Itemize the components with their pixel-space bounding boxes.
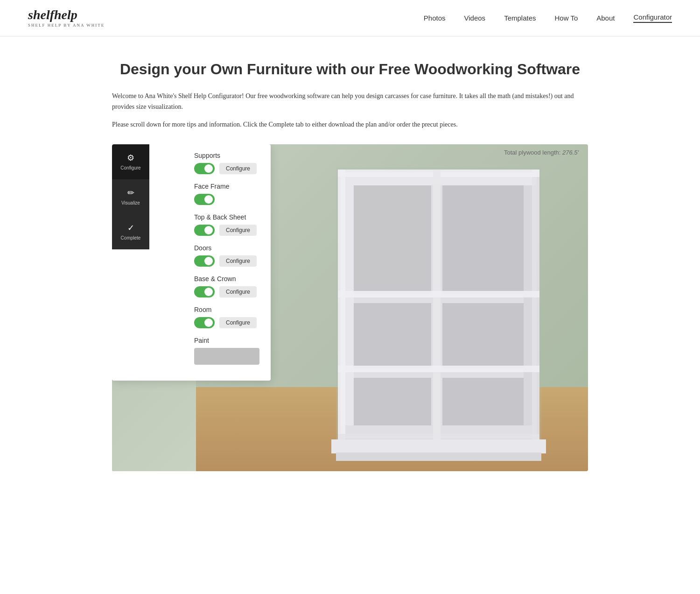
svg-rect-18: [331, 439, 546, 453]
top-back-sheet-toggle[interactable]: [194, 225, 215, 236]
face-frame-toggle-row: [194, 194, 259, 205]
svg-rect-23: [442, 303, 524, 366]
room-label: Room: [194, 306, 259, 313]
total-plywood-stat: Total plywood length: 276.5': [504, 149, 579, 156]
base-crown-toggle[interactable]: [194, 286, 215, 297]
svg-rect-15: [433, 170, 441, 441]
sidebar-content: Supports Configure Face Frame: [187, 144, 267, 381]
svg-rect-11: [338, 170, 345, 441]
doors-label: Doors: [194, 244, 259, 252]
supports-configure-btn[interactable]: Configure: [219, 163, 257, 174]
hero-title: Design your Own Furniture with our Free …: [112, 60, 588, 79]
svg-rect-20: [354, 185, 431, 291]
logo-sub: SHELF HELP BY ANA WHITE: [28, 23, 105, 28]
face-frame-toggle[interactable]: [194, 194, 215, 205]
sidebar-tabs: ⚙ Configure ✏ Visualize ✓ Complete: [112, 144, 149, 381]
tab-configure-label: Configure: [120, 165, 140, 170]
top-back-sheet-configure-btn[interactable]: Configure: [219, 225, 257, 236]
paint-swatch[interactable]: [194, 348, 259, 365]
room-toggle[interactable]: [194, 317, 215, 328]
logo-text[interactable]: shelfhelp: [28, 8, 77, 21]
svg-rect-12: [532, 170, 539, 441]
main-nav: Photos Videos Templates How To About Con…: [424, 13, 672, 23]
doors-configure-btn[interactable]: Configure: [219, 255, 257, 267]
total-plywood-label: Total plywood length:: [504, 149, 560, 156]
sidebar-panel: ⚙ Configure ✏ Visualize ✓ Complete: [112, 144, 271, 381]
supports-label: Supports: [194, 152, 259, 159]
svg-rect-22: [354, 303, 431, 366]
tab-configure[interactable]: ⚙ Configure: [112, 144, 149, 179]
configure-icon: ⚙: [127, 153, 134, 163]
total-plywood-value: 276.5': [562, 149, 579, 156]
svg-rect-25: [442, 378, 524, 425]
paint-label: Paint: [194, 337, 259, 344]
nav-photos[interactable]: Photos: [424, 14, 446, 22]
bookcase-visualization: [327, 154, 551, 462]
top-back-sheet-toggle-row: Configure: [194, 225, 259, 236]
supports-toggle[interactable]: [194, 163, 215, 174]
doors-toggle-row: Configure: [194, 255, 259, 267]
section-base-crown: Base & Crown Configure: [194, 275, 259, 297]
tab-visualize[interactable]: ✏ Visualize: [112, 179, 149, 214]
complete-icon: ✓: [127, 223, 134, 233]
section-paint: Paint: [194, 337, 259, 365]
hero-scroll-note: Please scroll down for more tips and inf…: [112, 119, 588, 130]
base-crown-label: Base & Crown: [194, 275, 259, 283]
sidebar-inner: ⚙ Configure ✏ Visualize ✓ Complete: [112, 144, 271, 381]
hero-section: Design your Own Furniture with our Free …: [93, 60, 607, 130]
configurator-wrapper: Total plywood length: 276.5' ⚙ Configure…: [93, 144, 607, 471]
nav-howto[interactable]: How To: [555, 14, 578, 22]
base-crown-toggle-row: Configure: [194, 286, 259, 297]
tab-visualize-label: Visualize: [121, 200, 140, 205]
configurator-container: Total plywood length: 276.5' ⚙ Configure…: [112, 144, 588, 471]
svg-rect-19: [336, 453, 541, 461]
site-header: shelfhelp SHELF HELP BY ANA WHITE Photos…: [0, 0, 700, 36]
svg-rect-21: [442, 185, 524, 291]
top-back-sheet-label: Top & Back Sheet: [194, 213, 259, 221]
supports-toggle-row: Configure: [194, 163, 259, 174]
section-top-back-sheet: Top & Back Sheet Configure: [194, 213, 259, 236]
visualize-icon: ✏: [127, 188, 134, 198]
nav-configurator[interactable]: Configurator: [633, 13, 672, 23]
svg-rect-16: [338, 291, 539, 297]
nav-about[interactable]: About: [596, 14, 615, 22]
tab-complete-label: Complete: [121, 235, 141, 240]
svg-rect-17: [338, 366, 539, 372]
section-doors: Doors Configure: [194, 244, 259, 267]
tab-complete[interactable]: ✓ Complete: [112, 214, 149, 249]
room-toggle-row: Configure: [194, 317, 259, 328]
nav-templates[interactable]: Templates: [504, 14, 536, 22]
nav-videos[interactable]: Videos: [464, 14, 486, 22]
section-supports: Supports Configure: [194, 152, 259, 174]
hero-intro: Welcome to Ana White's Shelf Help Config…: [112, 91, 588, 113]
face-frame-label: Face Frame: [194, 183, 259, 190]
logo-area: shelfhelp SHELF HELP BY ANA WHITE: [28, 8, 105, 28]
base-crown-configure-btn[interactable]: Configure: [219, 286, 257, 297]
section-room: Room Configure: [194, 306, 259, 328]
section-face-frame: Face Frame: [194, 183, 259, 205]
svg-rect-24: [354, 378, 431, 425]
doors-toggle[interactable]: [194, 255, 215, 267]
room-configure-btn[interactable]: Configure: [219, 317, 257, 328]
